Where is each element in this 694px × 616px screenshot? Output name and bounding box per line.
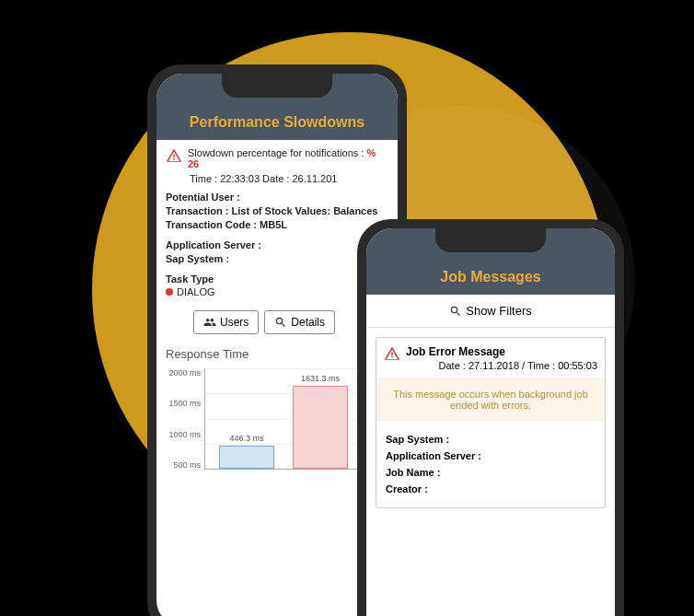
task-type-value: DIALOG: [177, 286, 215, 297]
phone-job-messages: Job Messages Show Filters Job Error Mess…: [357, 219, 624, 616]
task-type-label: Task Type: [166, 273, 388, 285]
card-message: This message occurs when background job …: [376, 378, 605, 421]
status-dot-icon: [166, 288, 173, 296]
warning-icon: [384, 345, 400, 362]
field-app-server: Application Server :: [386, 450, 481, 461]
field-creator: Creator :: [386, 483, 428, 494]
users-button[interactable]: Users: [193, 310, 259, 334]
field-transaction-code: Transaction Code : MB5L: [166, 219, 287, 230]
page-title: Performance Slowdowns: [190, 114, 364, 131]
details-button[interactable]: Details: [264, 310, 335, 334]
details-button-label: Details: [291, 316, 325, 329]
field-potential-user: Potential User :: [166, 192, 240, 203]
y-tick: 500 ms: [166, 460, 201, 470]
field-app-server: Application Server :: [166, 239, 261, 250]
y-tick: 1000 ms: [166, 430, 201, 439]
bar-label: 1631.3 ms: [301, 374, 340, 383]
y-tick: 2000 ms: [166, 368, 201, 378]
card-title: Job Error Message: [406, 345, 597, 358]
field-sap-system: Sap System :: [386, 434, 449, 445]
search-icon: [449, 305, 462, 318]
page-title: Job Messages: [440, 269, 540, 285]
field-transaction: Transaction : List of Stock Values: Bala…: [166, 205, 377, 216]
chart-bar: 1631.3 ms: [293, 386, 348, 469]
users-button-label: Users: [220, 316, 249, 329]
chart-bar: 446.3 ms: [219, 446, 274, 469]
slowdown-label: Slowdown percentage for notifications :: [188, 147, 364, 158]
warning-icon: [166, 147, 182, 164]
bar-label: 446.3 ms: [229, 434, 263, 443]
field-sap-system: Sap System :: [166, 253, 229, 264]
search-icon: [274, 316, 287, 329]
users-icon: [203, 316, 216, 329]
time-date-line: Time : 22:33:03 Date : 26.11.201: [190, 173, 388, 184]
phone-notch: [222, 74, 332, 98]
show-filters-button[interactable]: Show Filters: [366, 295, 615, 328]
chart-title: Response Time: [166, 347, 388, 361]
field-job-name: Job Name :: [386, 467, 440, 478]
job-error-card: Job Error Message Date : 27.11.2018 / Ti…: [376, 337, 606, 508]
show-filters-label: Show Filters: [466, 304, 532, 318]
phone-notch: [435, 228, 546, 252]
response-time-chart: Response Time 2000 ms 1500 ms 1000 ms 50…: [166, 347, 388, 497]
card-date: Date : 27.11.2018 / Time : 00:55:03: [406, 360, 597, 371]
y-tick: 1500 ms: [166, 399, 201, 408]
